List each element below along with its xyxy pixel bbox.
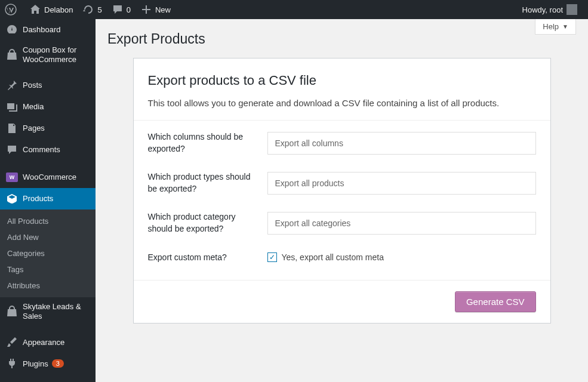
menu-dashboard[interactable]: Dashboard [0,19,96,41]
menu-skytake[interactable]: Skytake Leads & Sales [0,297,96,325]
updates-icon [82,4,94,16]
submenu-attributes[interactable]: Attributes [0,278,96,294]
category-label: Which product category should be exporte… [148,211,267,235]
category-select[interactable]: Export all categories [267,212,536,235]
bag-icon [6,306,18,318]
menu-pages[interactable]: Pages [0,118,96,139]
menu-coupon-box[interactable]: Coupon Box for WooCommerce [0,41,96,69]
new-label: New [155,5,171,14]
avatar [567,4,577,15]
wp-logo-item[interactable] [0,0,24,19]
admin-sidebar: Dashboard Coupon Box for WooCommerce Pos… [0,19,96,382]
row-category: Which product category should be exporte… [148,211,536,235]
export-box: Export products to a CSV file This tool … [133,58,551,324]
types-label: Which product types should be exported? [148,171,267,195]
columns-select[interactable]: Export all columns [267,132,536,155]
meta-label: Export custom meta? [148,252,267,264]
page-icon [6,122,18,134]
row-meta: Export custom meta? ✓ Yes, export all cu… [148,252,536,264]
bag-icon [6,49,18,61]
greeting: Howdy, root [522,5,563,14]
updates-item[interactable]: 5 [78,0,106,19]
menu-media[interactable]: Media [0,96,96,118]
brush-icon [6,336,18,348]
comments-count: 0 [127,5,131,14]
admin-bar: Delabon 5 0 New Howdy, root [0,0,588,19]
site-name-item[interactable]: Delabon [24,0,78,19]
menu-woocommerce[interactable]: W WooCommerce [0,167,96,188]
submenu-add-new[interactable]: Add New [0,229,96,245]
meta-checkbox-label: Yes, export all custom meta [282,252,384,262]
updates-count: 5 [97,5,101,14]
pin-icon [6,79,18,91]
menu-posts[interactable]: Posts [0,75,96,96]
menu-comments[interactable]: Comments [0,139,96,161]
box-footer: Generate CSV [134,280,550,323]
home-icon [29,4,41,16]
site-name: Delabon [44,5,73,14]
meta-checkbox-wrap[interactable]: ✓ Yes, export all custom meta [267,252,536,262]
plugin-icon [6,358,18,369]
row-types: Which product types should be exported? … [148,171,536,195]
generate-csv-button[interactable]: Generate CSV [455,291,536,312]
menu-products[interactable]: Products [0,188,96,210]
box-header: Export products to a CSV file This tool … [134,58,550,121]
submenu-tags[interactable]: Tags [0,261,96,278]
woocommerce-icon: W [6,171,18,183]
types-select[interactable]: Export all products [267,172,536,195]
page-title: Export Products [107,19,576,58]
plugins-badge: 3 [52,359,64,368]
checkbox-checked-icon: ✓ [267,252,277,262]
wordpress-icon [5,4,17,16]
menu-plugins[interactable]: Plugins 3 [0,353,96,374]
comment-icon [6,144,18,156]
submenu-products: All Products Add New Categories Tags Att… [0,210,96,297]
dashboard-icon [6,24,18,36]
submenu-all-products[interactable]: All Products [0,213,96,229]
products-icon [6,193,18,205]
columns-label: Which columns should be exported? [148,131,267,155]
chevron-down-icon: ▼ [562,23,568,30]
submenu-categories[interactable]: Categories [0,245,96,261]
content-area: Help ▼ Export Products Export products t… [96,19,588,382]
media-icon [6,101,18,113]
box-heading: Export products to a CSV file [148,73,536,88]
box-body: Which columns should be exported? Export… [134,121,550,280]
box-description: This tool allows you to generate and dow… [148,98,536,108]
row-columns: Which columns should be exported? Export… [148,131,536,155]
admin-bar-right: Howdy, root [518,0,582,19]
menu-appearance[interactable]: Appearance [0,331,96,353]
account-item[interactable]: Howdy, root [518,0,582,19]
comments-item[interactable]: 0 [107,0,136,19]
comment-icon [112,4,124,16]
help-tab[interactable]: Help ▼ [535,19,576,35]
plus-icon [140,4,152,16]
admin-bar-left: Delabon 5 0 New [0,0,176,19]
new-item[interactable]: New [136,0,176,19]
